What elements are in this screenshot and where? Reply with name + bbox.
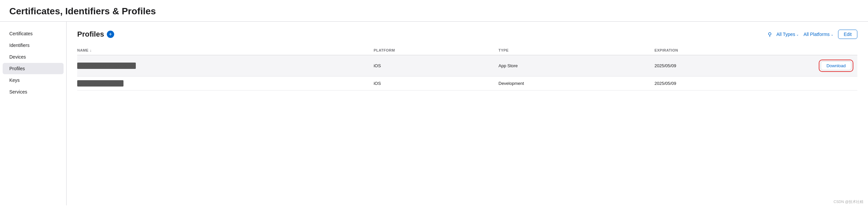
main-content: Profiles + ⚲ All Types ⌄ All Platforms ⌄… <box>67 22 868 205</box>
page-title: Certificates, Identifiers & Profiles <box>9 6 859 17</box>
table-header-row: NAME ↓ PLATFORM TYPE EXPIRATION <box>77 46 857 55</box>
chevron-down-icon: ⌄ <box>796 33 799 36</box>
sidebar-item-keys[interactable]: Keys <box>3 75 64 86</box>
chevron-down-icon: ⌄ <box>831 33 833 36</box>
section-header: Profiles + ⚲ All Types ⌄ All Platforms ⌄… <box>77 30 857 39</box>
header-actions: ⚲ All Types ⌄ All Platforms ⌄ Edit <box>768 30 857 39</box>
col-header-name: NAME ↓ <box>77 46 374 55</box>
col-header-platform: PLATFORM <box>374 46 499 55</box>
profile-name-redacted[interactable]: provision_profile_dev <box>77 80 123 87</box>
col-header-expiration: EXPIRATION <box>655 46 779 55</box>
sidebar-item-devices[interactable]: Devices <box>3 51 64 63</box>
profile-name-cell: provision_profile_dev <box>77 77 374 91</box>
add-profile-button[interactable]: + <box>107 31 114 38</box>
page-header: Certificates, Identifiers & Profiles <box>0 0 868 22</box>
profile-expiration-cell: 2025/05/09 <box>655 77 779 91</box>
sidebar-item-identifiers[interactable]: Identifiers <box>3 39 64 51</box>
sidebar-item-services[interactable]: Services <box>3 86 64 97</box>
profile-action-cell-empty <box>779 77 857 91</box>
profiles-table: NAME ↓ PLATFORM TYPE EXPIRATION <box>77 46 857 91</box>
profile-name-redacted[interactable]: provision_profile_app_store <box>77 63 136 69</box>
profile-platform-cell: iOS <box>374 55 499 77</box>
sidebar-item-profiles[interactable]: Profiles <box>3 63 64 74</box>
profile-type-cell: Development <box>499 77 655 91</box>
download-button[interactable]: Download <box>821 61 851 70</box>
main-layout: Certificates Identifiers Devices Profile… <box>0 22 868 205</box>
col-header-action <box>779 46 857 55</box>
filter-platforms-button[interactable]: All Platforms ⌄ <box>803 32 833 37</box>
table-row: provision_profile_app_store iOS App Stor… <box>77 55 857 77</box>
search-icon[interactable]: ⚲ <box>768 31 772 38</box>
sidebar: Certificates Identifiers Devices Profile… <box>0 22 67 205</box>
profile-type-cell: App Store <box>499 55 655 77</box>
filter-types-button[interactable]: All Types ⌄ <box>776 32 799 37</box>
profile-action-cell: Download <box>779 55 857 77</box>
edit-button[interactable]: Edit <box>838 30 857 39</box>
profile-platform-cell: iOS <box>374 77 499 91</box>
section-title: Profiles <box>77 30 104 39</box>
col-header-type: TYPE <box>499 46 655 55</box>
footer-watermark: CSDN @技术社精 <box>834 199 863 204</box>
section-title-group: Profiles + <box>77 30 114 39</box>
download-button-wrapper: Download <box>819 60 854 72</box>
profile-expiration-cell: 2025/05/09 <box>655 55 779 77</box>
sidebar-item-certificates[interactable]: Certificates <box>3 28 64 39</box>
profile-name-cell: provision_profile_app_store <box>77 55 374 77</box>
table-row: provision_profile_dev iOS Development 20… <box>77 77 857 91</box>
